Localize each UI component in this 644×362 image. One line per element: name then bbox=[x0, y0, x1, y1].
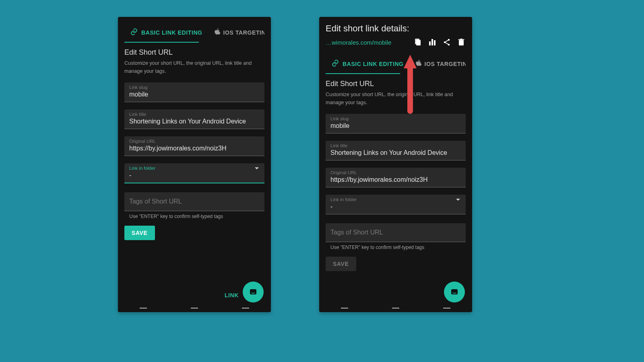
icon-bar bbox=[413, 38, 466, 47]
link-title-field[interactable]: Link title Shortening Links on Your Andr… bbox=[124, 109, 264, 129]
chat-fab-right[interactable] bbox=[444, 282, 465, 302]
tab-ios-targeting-right[interactable]: IOS TARGETING bbox=[409, 55, 466, 73]
svg-rect-4 bbox=[431, 39, 433, 45]
original-url-label: Original URL bbox=[129, 139, 260, 144]
svg-rect-0 bbox=[250, 289, 256, 294]
section-title: Edit Short URL bbox=[124, 48, 264, 57]
section-desc-right: Customize your short URL, the original U… bbox=[326, 90, 466, 107]
short-url-display[interactable]: …wimorales.com/mobile bbox=[326, 39, 391, 46]
link-title-label: Link title bbox=[129, 112, 260, 117]
link-title-field-right[interactable]: Link title Shortening Links on Your Andr… bbox=[326, 141, 466, 160]
delete-icon[interactable] bbox=[457, 38, 466, 47]
stage: BASIC LINK EDITING IOS TARGETING Edit Sh… bbox=[0, 0, 644, 362]
original-url-field[interactable]: Original URL https://by.jowimorales.com/… bbox=[124, 136, 264, 156]
tabs-row: BASIC LINK EDITING IOS TARGETING bbox=[118, 23, 271, 42]
original-url-value: https://by.jowimorales.com/noiz3H bbox=[129, 144, 260, 152]
tab-basic-link-editing[interactable]: BASIC LINK EDITING bbox=[124, 23, 208, 41]
tags-placeholder: Tags of Short URL bbox=[330, 229, 383, 236]
android-nav-right bbox=[319, 306, 472, 312]
tags-field-right[interactable]: Tags of Short URL bbox=[326, 223, 466, 242]
section-header-right: Edit Short URL Customize your short URL,… bbox=[319, 74, 472, 107]
chevron-down-icon bbox=[255, 169, 259, 177]
android-nav bbox=[118, 306, 271, 312]
left-content: BASIC LINK EDITING IOS TARGETING Edit Sh… bbox=[118, 17, 271, 312]
svg-rect-12 bbox=[451, 289, 458, 294]
link-folder-value: - bbox=[129, 171, 260, 179]
tab-basic-link-editing-right[interactable]: BASIC LINK EDITING bbox=[326, 55, 409, 73]
chevron-down-icon bbox=[456, 201, 460, 208]
apple-icon bbox=[415, 60, 421, 68]
link-title-value: Shortening Links on Your Android Device bbox=[330, 149, 461, 157]
url-row: …wimorales.com/mobile bbox=[326, 38, 466, 47]
link-icon bbox=[331, 59, 339, 68]
link-folder-label: Link in folder bbox=[330, 197, 461, 202]
svg-rect-3 bbox=[429, 41, 431, 45]
link-slug-label: Link slug bbox=[129, 85, 260, 90]
link-icon bbox=[130, 28, 138, 37]
svg-rect-2 bbox=[415, 39, 419, 44]
tags-placeholder: Tags of Short URL bbox=[129, 198, 182, 205]
link-folder-field[interactable]: Link in folder - bbox=[124, 163, 264, 183]
section-header: Edit Short URL Customize your short URL,… bbox=[118, 43, 271, 75]
apple-icon bbox=[214, 28, 220, 37]
link-slug-value: mobile bbox=[129, 90, 260, 99]
section-title-right: Edit Short URL bbox=[326, 80, 466, 88]
tab-basic-label: BASIC LINK EDITING bbox=[343, 61, 404, 67]
original-url-value: https://by.jowimorales.com/noiz3H bbox=[330, 176, 461, 184]
original-url-field-right[interactable]: Original URL https://by.jowimorales.com/… bbox=[326, 168, 466, 187]
original-url-label: Original URL bbox=[330, 170, 461, 175]
details-title: Edit short link details: bbox=[326, 23, 466, 34]
tabs-row-right: BASIC LINK EDITING IOS TARGETING bbox=[319, 55, 472, 73]
right-content: Edit short link details: …wimorales.com/… bbox=[319, 17, 472, 312]
tab-ios-label: IOS TARGETING bbox=[223, 29, 264, 36]
link-title-label: Link title bbox=[330, 143, 461, 148]
section-desc: Customize your short URL, the original U… bbox=[124, 59, 264, 75]
copy-icon[interactable] bbox=[413, 38, 422, 47]
link-folder-field-right[interactable]: Link in folder - bbox=[326, 195, 466, 214]
svg-rect-5 bbox=[434, 40, 436, 45]
link-slug-value: mobile bbox=[330, 122, 461, 130]
tab-ios-targeting[interactable]: IOS TARGETING bbox=[208, 23, 264, 41]
link-title-value: Shortening Links on Your Android Device bbox=[129, 117, 260, 125]
tags-hint: Use "ENTER" key to confirm self-typed ta… bbox=[129, 214, 264, 219]
phone-right: Edit short link details: …wimorales.com/… bbox=[319, 17, 472, 312]
link-slug-label: Link slug bbox=[330, 116, 461, 121]
tags-hint-right: Use "ENTER" key to confirm self-typed ta… bbox=[330, 245, 466, 250]
link-slug-field[interactable]: Link slug mobile bbox=[124, 82, 264, 102]
chat-fab[interactable] bbox=[243, 282, 264, 302]
tab-ios-label: IOS TARGETING bbox=[425, 61, 466, 67]
svg-rect-9 bbox=[459, 40, 464, 45]
stats-icon[interactable] bbox=[428, 38, 437, 47]
save-button[interactable]: SAVE bbox=[124, 226, 155, 240]
bottom-link-label[interactable]: LINK bbox=[225, 292, 239, 298]
share-icon[interactable] bbox=[442, 38, 451, 47]
link-folder-label: Link in folder bbox=[129, 166, 260, 171]
save-button-disabled[interactable]: SAVE bbox=[326, 257, 356, 271]
tab-basic-label: BASIC LINK EDITING bbox=[141, 29, 202, 36]
phone-left: BASIC LINK EDITING IOS TARGETING Edit Sh… bbox=[118, 17, 271, 312]
link-folder-value: - bbox=[330, 203, 461, 211]
tags-field[interactable]: Tags of Short URL bbox=[124, 192, 264, 211]
svg-rect-11 bbox=[460, 39, 462, 39]
link-slug-field-right[interactable]: Link slug mobile bbox=[326, 114, 466, 134]
